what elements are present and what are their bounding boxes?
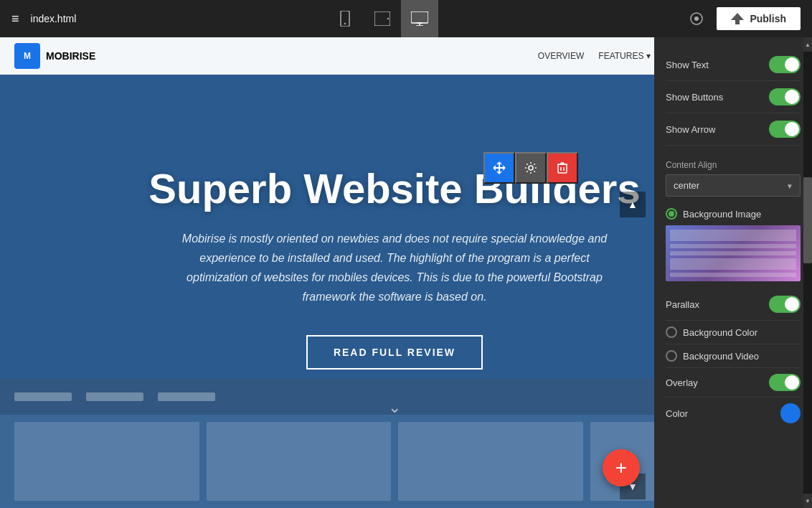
background-color-label: Background Color xyxy=(683,327,757,338)
background-color-radio[interactable] xyxy=(666,326,677,338)
svg-point-3 xyxy=(387,18,389,19)
background-video-label: Background Video xyxy=(683,351,759,362)
scrollbar-up-icon: ▲ xyxy=(803,37,812,52)
preview-logo-icon: M xyxy=(14,43,40,69)
show-text-toggle[interactable] xyxy=(769,56,801,73)
overlay-toggle[interactable] xyxy=(769,374,801,391)
svg-point-9 xyxy=(694,17,699,21)
overlay-label: Overlay xyxy=(666,377,698,388)
settings-panel: Show Text Show Buttons Show Arrow Conten… xyxy=(654,37,812,508)
background-video-radio[interactable] xyxy=(666,350,677,362)
color-swatch[interactable] xyxy=(780,403,801,423)
device-switcher xyxy=(326,0,438,37)
topbar-left: ≡ index.html xyxy=(11,11,76,27)
svg-rect-11 xyxy=(558,164,567,173)
section-settings-button[interactable] xyxy=(515,152,547,184)
background-image-label: Background Image xyxy=(683,209,761,220)
hero-cta-button[interactable]: READ FULL REVIEW xyxy=(306,335,483,370)
hero-subtitle: Mobirise is mostly oriented on newbies a… xyxy=(179,229,610,307)
parallax-toggle[interactable] xyxy=(769,296,801,313)
show-buttons-row: Show Buttons xyxy=(666,81,801,113)
menu-icon[interactable]: ≡ xyxy=(11,11,19,27)
move-section-button[interactable] xyxy=(483,152,515,184)
panel-scroll-up-button[interactable]: ▲ xyxy=(620,192,646,217)
show-buttons-label: Show Buttons xyxy=(666,92,723,103)
background-video-option[interactable]: Background Video xyxy=(666,344,801,368)
scrollbar-thumb[interactable] xyxy=(803,177,812,263)
parallax-label: Parallax xyxy=(666,299,699,310)
content-align-label: Content Align xyxy=(666,153,801,174)
desktop-view-button[interactable] xyxy=(401,0,438,37)
show-arrow-row: Show Arrow xyxy=(666,113,801,146)
delete-section-button[interactable] xyxy=(547,152,578,184)
mobile-view-button[interactable] xyxy=(326,0,364,37)
overlay-row: Overlay xyxy=(666,368,801,398)
preview-logo: M MOBIRISE xyxy=(14,43,95,69)
show-text-row: Show Text xyxy=(666,49,801,81)
show-arrow-toggle[interactable] xyxy=(769,121,801,138)
background-color-option[interactable]: Background Color xyxy=(666,321,801,344)
show-arrow-label: Show Arrow xyxy=(666,124,715,135)
add-section-fab[interactable]: + xyxy=(603,449,640,486)
background-image-thumbnail[interactable] xyxy=(666,225,801,281)
thumbnail-preview xyxy=(666,225,801,281)
parallax-row: Parallax xyxy=(666,288,801,321)
color-label: Color xyxy=(666,408,688,419)
publish-button[interactable]: Publish xyxy=(717,7,801,30)
side-scrollbar[interactable]: ▲ ▼ xyxy=(803,37,812,508)
topbar: ≡ index.html Publish xyxy=(0,0,812,37)
svg-rect-4 xyxy=(411,11,428,23)
tablet-view-button[interactable] xyxy=(364,0,401,37)
main-area: M MOBIRISE OVERVIEW FEATURES ▾ HELP ▾ DO… xyxy=(0,37,812,508)
editor-toolbar xyxy=(483,152,578,184)
scrollbar-down-icon: ▼ xyxy=(803,494,812,508)
panel-content: Show Text Show Buttons Show Arrow Conten… xyxy=(654,37,812,486)
color-row: Color xyxy=(666,398,801,429)
show-text-label: Show Text xyxy=(666,60,709,70)
content-align-select[interactable]: left center right xyxy=(666,174,801,197)
filename: index.html xyxy=(31,13,77,24)
background-image-section: Background Image xyxy=(666,201,801,288)
background-image-radio[interactable] xyxy=(666,208,677,220)
svg-point-10 xyxy=(529,166,533,170)
content-align-select-wrapper: left center right ▼ xyxy=(666,174,801,197)
show-buttons-toggle[interactable] xyxy=(769,88,801,105)
background-image-header: Background Image xyxy=(666,208,801,225)
preview-button[interactable] xyxy=(688,11,705,26)
topbar-right: Publish xyxy=(688,7,801,30)
content-align-section: Content Align left center right ▼ xyxy=(666,146,801,201)
svg-point-1 xyxy=(344,23,346,24)
